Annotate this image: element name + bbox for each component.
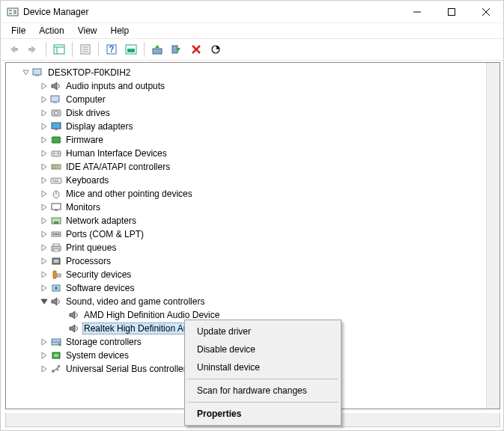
properties-icon[interactable]	[76, 40, 94, 58]
minimize-button[interactable]	[400, 1, 434, 23]
tree-label: Network adapters	[64, 216, 138, 226]
svg-rect-27	[35, 75, 39, 76]
disable-device-icon[interactable]	[168, 40, 186, 58]
tree-label: Software devices	[64, 283, 136, 293]
tree-label: System devices	[64, 350, 130, 361]
tree-category[interactable]: Monitors	[9, 201, 500, 214]
ctx-update-driver[interactable]: Update driver	[186, 323, 339, 340]
svg-point-77	[57, 369, 59, 371]
svg-rect-66	[53, 271, 56, 278]
tree-label: Security devices	[64, 269, 133, 280]
help-icon[interactable]: ?	[103, 40, 121, 58]
expand-icon[interactable]	[39, 229, 49, 239]
svg-point-59	[55, 233, 57, 235]
tree-category[interactable]: Processors	[9, 254, 500, 268]
tree-label: Disk drives	[64, 108, 112, 118]
back-button[interactable]	[4, 40, 22, 58]
expand-icon[interactable]	[39, 135, 49, 145]
svg-rect-5	[449, 8, 455, 15]
expand-icon[interactable]	[39, 81, 49, 91]
tree-label: Sound, video and game controllers	[64, 296, 206, 307]
svg-text:?: ?	[109, 44, 114, 55]
expand-icon[interactable]	[39, 283, 49, 293]
expand-icon[interactable]	[39, 175, 49, 186]
expand-icon[interactable]	[39, 148, 49, 159]
tree-category[interactable]: IDE ATA/ATAPI controllers	[9, 160, 500, 174]
menu-view[interactable]: View	[72, 24, 103, 37]
expand-icon[interactable]	[39, 242, 49, 253]
close-button[interactable]	[469, 1, 503, 23]
expand-icon[interactable]	[39, 350, 49, 361]
svg-rect-62	[53, 244, 59, 246]
svg-rect-73	[54, 354, 58, 357]
expand-icon[interactable]	[39, 162, 49, 172]
tree-root[interactable]: DESKTOP-F0KDIH2	[9, 66, 500, 79]
expand-icon[interactable]	[39, 189, 49, 199]
tree-category[interactable]: Security devices	[9, 268, 500, 281]
tree-category[interactable]: Display adapters	[9, 120, 500, 133]
tree-category[interactable]: Mice and other pointing devices	[9, 187, 500, 201]
tree-category[interactable]: Keyboards	[9, 174, 500, 187]
storage-icon	[49, 336, 63, 348]
expand-icon[interactable]	[39, 216, 49, 226]
speaker-icon	[49, 80, 63, 92]
tree-label: IDE ATA/ATAPI controllers	[64, 162, 171, 172]
svg-rect-20	[127, 49, 135, 52]
show-hide-icon[interactable]	[50, 40, 68, 58]
tree-label: Print queues	[64, 242, 118, 253]
expand-icon[interactable]	[39, 337, 49, 347]
collapse-icon[interactable]	[21, 67, 31, 78]
svg-rect-21	[153, 49, 162, 54]
expand-icon[interactable]	[39, 94, 49, 105]
tree-category[interactable]: Firmware	[9, 133, 500, 147]
tree-category[interactable]: Computer	[9, 93, 500, 106]
ctx-uninstall-device[interactable]: Uninstall device	[186, 358, 339, 376]
collapse-icon[interactable]	[39, 296, 49, 307]
tree-category[interactable]: Print queues	[9, 241, 500, 254]
keyboard-icon	[49, 174, 63, 186]
menu-help[interactable]: Help	[105, 24, 136, 37]
svg-rect-1	[9, 10, 12, 11]
system-icon	[49, 349, 63, 361]
update-driver-icon[interactable]	[148, 40, 166, 58]
tree-category[interactable]: Software devices	[9, 281, 500, 295]
menu-action[interactable]: Action	[33, 24, 70, 37]
network-icon	[49, 215, 63, 227]
ctx-scan-hardware[interactable]: Scan for hardware changes	[186, 382, 339, 400]
expand-icon[interactable]	[39, 108, 49, 118]
svg-rect-67	[57, 274, 61, 277]
scan-hardware-icon[interactable]	[207, 40, 225, 58]
expand-icon[interactable]	[39, 202, 49, 213]
computer-icon	[49, 94, 63, 106]
svg-point-69	[55, 287, 58, 290]
svg-rect-8	[15, 48, 18, 51]
tree-category-sound[interactable]: Sound, video and game controllers	[9, 295, 500, 308]
expand-icon[interactable]	[39, 269, 49, 280]
toolbar: ?	[1, 38, 503, 61]
tree-label: Storage controllers	[64, 337, 143, 347]
tree-category[interactable]: Disk drives	[9, 106, 500, 120]
expand-icon[interactable]	[39, 256, 49, 266]
speaker-icon	[67, 309, 81, 321]
ctx-properties[interactable]: Properties	[186, 405, 339, 423]
svg-rect-9	[28, 48, 31, 51]
uninstall-device-icon[interactable]	[187, 40, 205, 58]
menu-file[interactable]: File	[5, 24, 31, 37]
ctx-disable-device[interactable]: Disable device	[186, 340, 339, 358]
tree-category[interactable]: Network adapters	[9, 214, 500, 227]
forward-button[interactable]	[24, 40, 42, 58]
usb-icon	[49, 363, 63, 375]
svg-rect-63	[53, 249, 59, 251]
expand-icon[interactable]	[39, 121, 49, 132]
svg-point-58	[53, 233, 55, 235]
tree-category[interactable]: Ports (COM & LPT)	[9, 227, 500, 241]
expand-icon[interactable]	[39, 364, 49, 374]
tree-category[interactable]: Human Interface Devices	[9, 147, 500, 160]
tree-category[interactable]: Audio inputs and outputs	[9, 79, 500, 93]
svg-point-60	[58, 233, 59, 235]
disk-icon	[49, 107, 63, 119]
svg-rect-34	[52, 137, 60, 143]
tree-label: Processors	[64, 256, 112, 266]
maximize-button[interactable]	[434, 1, 469, 23]
action-icon[interactable]	[122, 40, 140, 58]
